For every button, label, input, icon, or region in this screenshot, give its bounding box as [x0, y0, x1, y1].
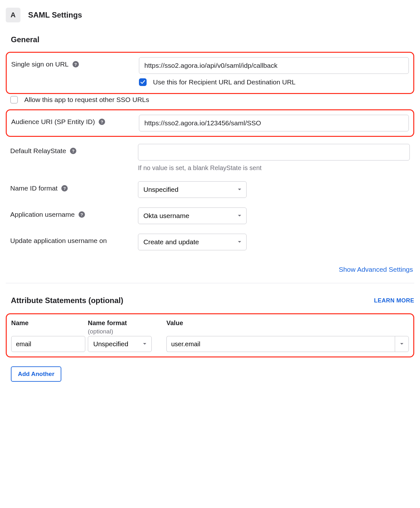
attr-col-name-header: Name: [11, 319, 85, 336]
app-username-value: Okta username: [143, 212, 189, 220]
help-icon[interactable]: ?: [79, 211, 85, 218]
add-another-button[interactable]: Add Another: [11, 366, 61, 382]
attr-value-input[interactable]: [166, 336, 395, 352]
app-username-label: Application username: [10, 211, 75, 218]
update-username-on-value: Create and update: [143, 238, 199, 246]
page-title: SAML Settings: [28, 11, 82, 20]
relay-state-hint: If no value is set, a blank RelayState i…: [138, 164, 410, 172]
attribute-row-highlight: Name Name format (optional) Unspecified: [6, 313, 414, 357]
name-id-format-label: Name ID format: [10, 184, 57, 192]
name-id-format-value: Unspecified: [143, 186, 179, 193]
attr-name-format-select[interactable]: Unspecified: [88, 336, 152, 352]
allow-other-sso-checkbox[interactable]: [10, 96, 18, 104]
chevron-down-icon: [400, 343, 404, 345]
help-icon[interactable]: ?: [70, 148, 76, 154]
sso-url-input[interactable]: [139, 57, 409, 74]
use-for-recipient-label: Use this for Recipient URL and Destinati…: [153, 78, 295, 86]
attr-col-value-header: Value: [166, 319, 409, 336]
sso-url-highlight: Single sign on URL ? Use this for Recipi…: [6, 52, 414, 94]
attr-name-format-value: Unspecified: [93, 340, 128, 348]
attr-col-format-header: Name format (optional): [88, 319, 152, 336]
help-icon[interactable]: ?: [61, 185, 68, 191]
help-icon[interactable]: ?: [99, 119, 105, 125]
update-username-on-select[interactable]: Create and update: [138, 234, 247, 250]
relay-state-label: Default RelayState: [10, 147, 66, 155]
step-badge: A: [6, 8, 20, 22]
allow-other-sso-label: Allow this app to request other SSO URLs: [24, 96, 149, 104]
attr-value-dropdown-button[interactable]: [395, 336, 409, 352]
relay-state-input[interactable]: [138, 144, 410, 160]
audience-uri-highlight: Audience URI (SP Entity ID) ?: [6, 109, 414, 137]
use-for-recipient-checkbox[interactable]: [139, 78, 147, 86]
audience-uri-label: Audience URI (SP Entity ID): [11, 118, 95, 126]
attribute-statements-heading: Attribute Statements (optional): [11, 296, 123, 305]
update-username-on-label: Update application username on: [10, 237, 107, 245]
attr-name-input[interactable]: [11, 336, 85, 352]
show-advanced-settings-link[interactable]: Show Advanced Settings: [339, 266, 413, 273]
wizard-step-header: A SAML Settings: [6, 8, 414, 22]
sso-url-label: Single sign on URL: [11, 60, 69, 68]
help-icon[interactable]: ?: [73, 61, 79, 67]
general-heading: General: [11, 35, 414, 44]
section-divider: [6, 283, 414, 283]
learn-more-link[interactable]: LEARN MORE: [374, 297, 414, 304]
audience-uri-input[interactable]: [139, 115, 409, 131]
name-id-format-select[interactable]: Unspecified: [138, 181, 247, 198]
app-username-select[interactable]: Okta username: [138, 207, 247, 224]
